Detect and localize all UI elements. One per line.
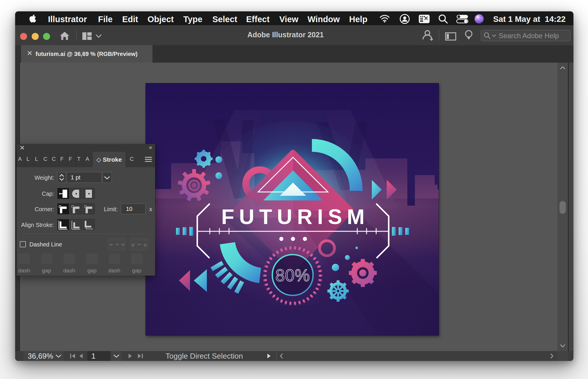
svg-text:FUTURISM: FUTURISM — [221, 205, 369, 228]
svg-text:80%: 80% — [275, 266, 310, 285]
